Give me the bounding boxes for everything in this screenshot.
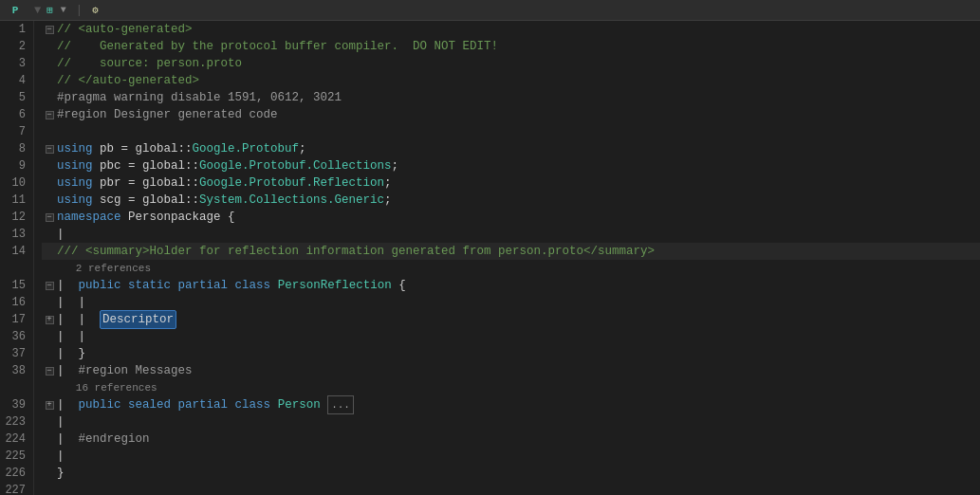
line-number: 2 [4,38,26,55]
line-number: 39 [4,396,26,413]
code-line: /// <summary>Holder for reflection infor… [42,243,980,260]
fold-expand-btn[interactable]: + [42,316,57,324]
line-number [4,379,26,396]
code-line: // Generated by the protocol buffer comp… [42,38,980,55]
line-number: 223 [4,413,26,431]
code-line: using pbc = global::Google.Protobuf.Coll… [42,157,980,174]
fold-collapse-btn[interactable]: − [42,145,57,154]
code-line: #pragma warning disable 1591, 0612, 3021 [42,89,980,106]
fold-collapse-btn[interactable]: − [42,367,57,376]
code-line: −| public static partial class PersonRef… [42,277,980,294]
code-line: | [42,448,980,465]
line-number: 11 [4,192,26,209]
code-line: | | [42,294,980,311]
line-number: 6 [4,106,26,123]
proto-binding-icon: P [8,3,23,18]
line-number: 224 [4,431,26,448]
code-line: −| #region Messages [42,362,980,379]
code-line: −#region Designer generated code [42,106,980,123]
line-number: 15 [4,277,26,294]
code-line: −using pb = global::Google.Protobuf; [42,140,980,157]
code-line: using pbr = global::Google.Protobuf.Refl… [42,174,980,192]
code-line [42,123,980,140]
code-line: // </auto-generated> [42,72,980,89]
code-line: 16 references [42,379,980,396]
line-number: 13 [4,226,26,243]
fold-collapse-btn[interactable]: − [42,26,57,34]
code-line: +| | Descriptor [42,311,980,328]
code-line: −// <auto-generated> [42,21,980,38]
code-line: // source: person.proto [42,55,980,72]
line-number [4,260,26,277]
code-area[interactable]: −// <auto-generated> // Generated by the… [34,21,980,495]
line-number: 7 [4,123,26,140]
descriptor-tab-icon: ⚙ [92,4,99,16]
code-line [42,482,980,495]
line-number: 225 [4,448,26,465]
line-number: 12 [4,209,26,226]
line-number: 4 [4,72,26,89]
title-bar: P ▼ ⊞ ▼ | ⚙ [0,0,980,21]
line-number: 16 [4,294,26,311]
fold-expand-btn[interactable]: + [42,401,57,410]
code-line: | [42,413,980,431]
line-number: 1 [4,21,26,38]
code-line: −namespace Personpackage { [42,209,980,226]
editor: 1234567891011121314151617363738392232242… [0,21,980,495]
line-number: 227 [4,482,26,495]
code-line: | #endregion [42,431,980,448]
line-number: 14 [4,243,26,260]
line-number: 10 [4,174,26,192]
line-number: 5 [4,89,26,106]
line-number: 38 [4,362,26,379]
fold-collapse-btn[interactable]: − [42,213,57,222]
line-number: 36 [4,328,26,345]
person-package-icon: ⊞ [46,4,53,16]
line-number: 9 [4,157,26,174]
code-line: } [42,465,980,482]
line-number: 3 [4,55,26,72]
code-line: +| public sealed partial class Person ..… [42,396,980,413]
fold-collapse-btn[interactable]: − [42,111,57,119]
line-number: 17 [4,311,26,328]
code-line: 2 references [42,260,980,277]
code-line: | | [42,328,980,345]
line-numbers: 1234567891011121314151617363738392232242… [0,21,34,495]
fold-collapse-btn[interactable]: − [42,282,57,290]
line-number: 226 [4,465,26,482]
line-number: 37 [4,345,26,362]
line-number: 8 [4,140,26,157]
code-line: | [42,226,980,243]
code-line: | } [42,345,980,362]
code-line: using scg = global::System.Collections.G… [42,192,980,209]
